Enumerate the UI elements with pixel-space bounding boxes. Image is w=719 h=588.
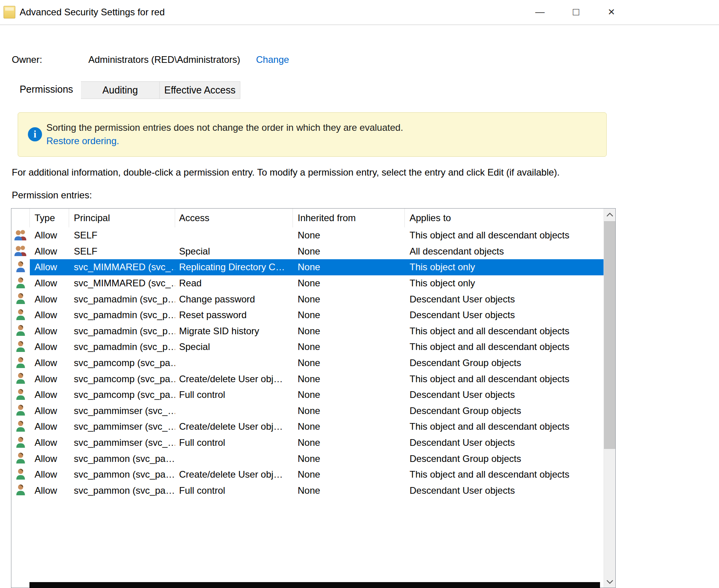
cell-principal: svc_MIMMARED (svc_… <box>69 278 175 289</box>
minimize-button[interactable]: — <box>531 0 549 24</box>
owner-change-link[interactable]: Change <box>256 54 289 65</box>
cell-type: Allow <box>30 294 69 305</box>
row-icon-cell <box>11 275 30 291</box>
table-row[interactable]: Allow SELF Special None All descendant o… <box>11 244 604 260</box>
table-row[interactable]: Allow svc_pamadmin (svc_p… Migrate SID h… <box>11 323 604 339</box>
table-row[interactable]: Allow svc_pammon (svc_pa… None Descendan… <box>11 451 604 467</box>
scroll-down-icon[interactable] <box>604 576 615 588</box>
user-icon <box>16 452 26 465</box>
column-header-access[interactable]: Access <box>175 209 293 227</box>
cell-inherited-from: None <box>293 389 405 400</box>
close-button[interactable]: × <box>602 0 620 24</box>
column-header-applies-to[interactable]: Applies to <box>405 209 604 227</box>
cell-principal: svc_pamcomp (svc_pa… <box>69 374 175 385</box>
row-icon-cell <box>11 371 30 387</box>
table-row[interactable]: Allow svc_pamcomp (svc_pa… Create/delete… <box>11 371 604 387</box>
users-icon <box>14 229 27 242</box>
column-header-principal[interactable]: Principal <box>69 209 175 227</box>
user-icon <box>16 357 26 370</box>
restore-ordering-link[interactable]: Restore ordering. <box>46 136 119 147</box>
scrollbar-thumb[interactable] <box>604 221 615 449</box>
row-icon-cell <box>11 244 30 260</box>
cell-access: Create/delete User obj… <box>175 421 293 432</box>
cell-type: Allow <box>30 453 69 464</box>
cell-applies-to: This object and all descendant objects <box>405 341 604 352</box>
table-row[interactable]: Allow svc_pamcomp (svc_pa… Full control … <box>11 387 604 403</box>
tab-permissions[interactable]: Permissions <box>12 80 81 99</box>
info-banner: i Sorting the permission entries does no… <box>18 112 607 157</box>
row-icon-cell <box>11 291 30 307</box>
column-header-inherited-from[interactable]: Inherited from <box>293 209 405 227</box>
cell-principal: SELF <box>69 230 175 241</box>
cell-inherited-from: None <box>293 278 405 289</box>
cell-principal: svc_pamadmin (svc_p… <box>69 341 175 352</box>
table-row[interactable]: Allow svc_pammimser (svc_… None Descenda… <box>11 403 604 419</box>
cell-inherited-from: None <box>293 294 405 305</box>
cell-inherited-from: None <box>293 485 405 496</box>
cell-principal: svc_pammimser (svc_… <box>69 437 175 448</box>
cell-applies-to: Descendant Group objects <box>405 453 604 464</box>
cell-applies-to: This object and all descendant objects <box>405 421 604 432</box>
cell-inherited-from: None <box>293 453 405 464</box>
cell-principal: svc_pamadmin (svc_p… <box>69 310 175 321</box>
cell-type: Allow <box>30 357 69 368</box>
cell-inherited-from: None <box>293 437 405 448</box>
cell-type: Allow <box>30 469 69 480</box>
user-icon <box>16 404 26 417</box>
cell-access: Full control <box>175 437 293 448</box>
cell-principal: svc_pammimser (svc_… <box>69 421 175 432</box>
cell-type: Allow <box>30 437 69 448</box>
cell-type: Allow <box>30 230 69 241</box>
table-header: Type Principal Access Inherited from App… <box>11 209 604 227</box>
cell-principal: svc_pammimser (svc_… <box>69 405 175 416</box>
cell-access: Replicating Directory C… <box>175 262 293 273</box>
row-icon-cell <box>11 435 30 451</box>
cell-type: Allow <box>30 485 69 496</box>
user-icon <box>16 420 26 433</box>
scroll-up-icon[interactable] <box>604 209 615 220</box>
owner-value: Administrators (RED\Administrators) <box>88 54 240 65</box>
permission-entries-label: Permission entries: <box>12 190 92 201</box>
row-icon-cell <box>11 483 30 499</box>
cell-principal: SELF <box>69 246 175 257</box>
row-icon-cell <box>11 355 30 371</box>
vertical-scrollbar[interactable] <box>604 209 615 588</box>
tab-effective-access[interactable]: Effective Access <box>160 81 240 99</box>
table-row[interactable]: Allow svc_pammimser (svc_… Create/delete… <box>11 419 604 435</box>
column-header-type[interactable]: Type <box>30 209 69 227</box>
tab-bar: Permissions Auditing Effective Access <box>12 80 240 99</box>
user-icon <box>16 468 26 481</box>
cell-inherited-from: None <box>293 357 405 368</box>
cell-inherited-from: None <box>293 405 405 416</box>
table-row[interactable]: Allow svc_pammimser (svc_… Full control … <box>11 435 604 451</box>
user-icon <box>16 324 26 337</box>
table-row[interactable]: Allow svc_MIMMARED (svc_… Read None This… <box>11 275 604 291</box>
cell-applies-to: This object and all descendant objects <box>405 374 604 385</box>
user-icon <box>16 309 26 322</box>
cell-type: Allow <box>30 389 69 400</box>
user-icon <box>16 277 26 290</box>
owner-label: Owner: <box>12 54 42 65</box>
tab-auditing[interactable]: Auditing <box>81 81 160 99</box>
titlebar: Advanced Security Settings for red — □ × <box>0 0 719 25</box>
table-body: Allow SELF None This object and all desc… <box>11 227 604 588</box>
app-icon <box>4 6 15 18</box>
table-row[interactable]: Allow svc_pamadmin (svc_p… Reset passwor… <box>11 307 604 323</box>
cell-applies-to: Descendant Group objects <box>405 405 604 416</box>
table-row[interactable]: Allow svc_MIMMARED (svc_… Replicating Di… <box>11 259 604 275</box>
row-icon-cell <box>11 339 30 355</box>
cell-principal: svc_pamadmin (svc_p… <box>69 326 175 337</box>
table-row[interactable]: Allow svc_pammon (svc_pa… Create/delete … <box>11 467 604 483</box>
cell-principal: svc_pammon (svc_pa… <box>69 485 175 496</box>
table-row[interactable]: Allow svc_pamadmin (svc_p… Special None … <box>11 339 604 355</box>
table-row[interactable]: Allow SELF None This object and all desc… <box>11 227 604 244</box>
table-row[interactable]: Allow svc_pammon (svc_pa… Full control N… <box>11 483 604 499</box>
maximize-button[interactable]: □ <box>567 0 585 24</box>
cell-applies-to: This object only <box>405 262 604 273</box>
table-row[interactable]: Allow svc_pamadmin (svc_p… Change passwo… <box>11 291 604 307</box>
table-row[interactable]: Allow svc_pamcomp (svc_pa… None Descenda… <box>11 355 604 371</box>
cell-type: Allow <box>30 246 69 257</box>
row-icon-cell <box>11 419 30 435</box>
cell-access: Change password <box>175 294 293 305</box>
user-icon <box>16 388 26 401</box>
